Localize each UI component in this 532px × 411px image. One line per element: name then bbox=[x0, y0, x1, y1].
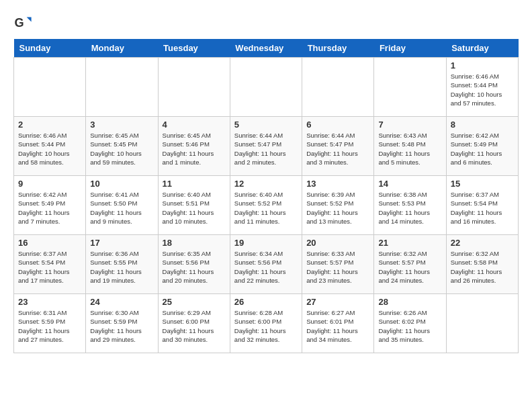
calendar-cell bbox=[158, 58, 230, 117]
day-number: 20 bbox=[306, 238, 369, 248]
day-number: 17 bbox=[90, 238, 153, 248]
svg-text:G: G bbox=[14, 16, 24, 30]
day-number: 21 bbox=[378, 238, 441, 248]
day-number: 6 bbox=[306, 120, 369, 130]
calendar-cell: 23Sunrise: 6:31 AM Sunset: 5:59 PM Dayli… bbox=[14, 294, 86, 353]
calendar-cell: 18Sunrise: 6:35 AM Sunset: 5:56 PM Dayli… bbox=[158, 235, 230, 294]
day-info: Sunrise: 6:26 AM Sunset: 6:02 PM Dayligh… bbox=[378, 308, 441, 344]
calendar-cell bbox=[374, 58, 446, 117]
calendar-week-row: 16Sunrise: 6:37 AM Sunset: 5:54 PM Dayli… bbox=[14, 235, 519, 294]
day-number: 5 bbox=[234, 120, 298, 130]
calendar-cell bbox=[302, 58, 374, 117]
day-info: Sunrise: 6:30 AM Sunset: 5:59 PM Dayligh… bbox=[90, 308, 153, 344]
day-number: 23 bbox=[18, 297, 81, 307]
calendar-cell: 15Sunrise: 6:37 AM Sunset: 5:54 PM Dayli… bbox=[446, 176, 518, 235]
day-number: 7 bbox=[378, 120, 441, 130]
calendar-cell: 25Sunrise: 6:29 AM Sunset: 6:00 PM Dayli… bbox=[158, 294, 230, 353]
day-info: Sunrise: 6:38 AM Sunset: 5:53 PM Dayligh… bbox=[378, 190, 441, 226]
day-info: Sunrise: 6:43 AM Sunset: 5:48 PM Dayligh… bbox=[378, 131, 441, 167]
day-info: Sunrise: 6:45 AM Sunset: 5:46 PM Dayligh… bbox=[163, 131, 226, 167]
calendar-cell: 4Sunrise: 6:45 AM Sunset: 5:46 PM Daylig… bbox=[158, 117, 230, 176]
day-info: Sunrise: 6:32 AM Sunset: 5:58 PM Dayligh… bbox=[451, 249, 514, 285]
day-number: 28 bbox=[378, 297, 441, 307]
day-number: 3 bbox=[90, 120, 153, 130]
day-info: Sunrise: 6:40 AM Sunset: 5:51 PM Dayligh… bbox=[163, 190, 226, 226]
calendar-cell: 8Sunrise: 6:42 AM Sunset: 5:49 PM Daylig… bbox=[446, 117, 518, 176]
svg-marker-1 bbox=[27, 17, 32, 22]
calendar-table: SundayMondayTuesdayWednesdayThursdayFrid… bbox=[13, 39, 519, 353]
day-number: 13 bbox=[306, 179, 369, 189]
calendar-cell bbox=[230, 58, 302, 117]
day-number: 10 bbox=[90, 179, 153, 189]
day-info: Sunrise: 6:44 AM Sunset: 5:47 PM Dayligh… bbox=[306, 131, 369, 167]
weekday-header-wednesday: Wednesday bbox=[230, 39, 302, 58]
day-info: Sunrise: 6:45 AM Sunset: 5:45 PM Dayligh… bbox=[90, 131, 153, 167]
calendar-cell: 10Sunrise: 6:41 AM Sunset: 5:50 PM Dayli… bbox=[86, 176, 158, 235]
calendar-cell: 14Sunrise: 6:38 AM Sunset: 5:53 PM Dayli… bbox=[374, 176, 446, 235]
day-info: Sunrise: 6:32 AM Sunset: 5:57 PM Dayligh… bbox=[378, 249, 441, 285]
calendar-cell: 9Sunrise: 6:42 AM Sunset: 5:49 PM Daylig… bbox=[14, 176, 86, 235]
day-info: Sunrise: 6:36 AM Sunset: 5:55 PM Dayligh… bbox=[90, 249, 153, 285]
calendar-cell: 27Sunrise: 6:27 AM Sunset: 6:01 PM Dayli… bbox=[302, 294, 374, 353]
weekday-header-monday: Monday bbox=[86, 39, 158, 58]
calendar-cell: 11Sunrise: 6:40 AM Sunset: 5:51 PM Dayli… bbox=[158, 176, 230, 235]
day-number: 16 bbox=[18, 238, 81, 248]
day-info: Sunrise: 6:29 AM Sunset: 6:00 PM Dayligh… bbox=[163, 308, 226, 344]
day-info: Sunrise: 6:37 AM Sunset: 5:54 PM Dayligh… bbox=[18, 249, 81, 285]
calendar-week-row: 9Sunrise: 6:42 AM Sunset: 5:49 PM Daylig… bbox=[14, 176, 519, 235]
calendar-cell: 12Sunrise: 6:40 AM Sunset: 5:52 PM Dayli… bbox=[230, 176, 302, 235]
day-number: 19 bbox=[234, 238, 298, 248]
day-number: 15 bbox=[451, 179, 514, 189]
calendar-week-row: 2Sunrise: 6:46 AM Sunset: 5:44 PM Daylig… bbox=[14, 117, 519, 176]
day-number: 26 bbox=[234, 297, 298, 307]
weekday-header-saturday: Saturday bbox=[446, 39, 518, 58]
day-info: Sunrise: 6:42 AM Sunset: 5:49 PM Dayligh… bbox=[451, 131, 514, 167]
day-number: 18 bbox=[163, 238, 226, 248]
calendar-cell: 6Sunrise: 6:44 AM Sunset: 5:47 PM Daylig… bbox=[302, 117, 374, 176]
day-info: Sunrise: 6:33 AM Sunset: 5:57 PM Dayligh… bbox=[306, 249, 369, 285]
day-number: 11 bbox=[163, 179, 226, 189]
weekday-header-tuesday: Tuesday bbox=[158, 39, 230, 58]
logo: G bbox=[13, 13, 34, 32]
day-number: 25 bbox=[163, 297, 226, 307]
calendar-cell: 28Sunrise: 6:26 AM Sunset: 6:02 PM Dayli… bbox=[374, 294, 446, 353]
day-number: 14 bbox=[378, 179, 441, 189]
calendar-cell: 20Sunrise: 6:33 AM Sunset: 5:57 PM Dayli… bbox=[302, 235, 374, 294]
day-info: Sunrise: 6:28 AM Sunset: 6:00 PM Dayligh… bbox=[234, 308, 298, 344]
calendar-cell: 17Sunrise: 6:36 AM Sunset: 5:55 PM Dayli… bbox=[86, 235, 158, 294]
day-info: Sunrise: 6:40 AM Sunset: 5:52 PM Dayligh… bbox=[234, 190, 298, 226]
day-info: Sunrise: 6:31 AM Sunset: 5:59 PM Dayligh… bbox=[18, 308, 81, 344]
calendar-cell bbox=[446, 294, 518, 353]
day-info: Sunrise: 6:46 AM Sunset: 5:44 PM Dayligh… bbox=[451, 72, 514, 107]
calendar-cell bbox=[86, 58, 158, 117]
calendar-cell: 3Sunrise: 6:45 AM Sunset: 5:45 PM Daylig… bbox=[86, 117, 158, 176]
day-number: 8 bbox=[451, 120, 514, 130]
calendar-week-row: 1Sunrise: 6:46 AM Sunset: 5:44 PM Daylig… bbox=[14, 58, 519, 117]
day-info: Sunrise: 6:42 AM Sunset: 5:49 PM Dayligh… bbox=[18, 190, 81, 226]
day-number: 4 bbox=[163, 120, 226, 130]
calendar-cell: 26Sunrise: 6:28 AM Sunset: 6:00 PM Dayli… bbox=[230, 294, 302, 353]
day-info: Sunrise: 6:34 AM Sunset: 5:56 PM Dayligh… bbox=[234, 249, 298, 285]
day-number: 1 bbox=[451, 60, 514, 71]
calendar-week-row: 23Sunrise: 6:31 AM Sunset: 5:59 PM Dayli… bbox=[14, 294, 519, 353]
day-info: Sunrise: 6:46 AM Sunset: 5:44 PM Dayligh… bbox=[18, 131, 81, 167]
weekday-header-sunday: Sunday bbox=[14, 39, 86, 58]
calendar-cell: 21Sunrise: 6:32 AM Sunset: 5:57 PM Dayli… bbox=[374, 235, 446, 294]
day-info: Sunrise: 6:44 AM Sunset: 5:47 PM Dayligh… bbox=[234, 131, 298, 167]
calendar-cell: 16Sunrise: 6:37 AM Sunset: 5:54 PM Dayli… bbox=[14, 235, 86, 294]
calendar-cell: 2Sunrise: 6:46 AM Sunset: 5:44 PM Daylig… bbox=[14, 117, 86, 176]
logo-icon: G bbox=[13, 13, 32, 32]
day-number: 9 bbox=[18, 179, 81, 189]
calendar-cell: 22Sunrise: 6:32 AM Sunset: 5:58 PM Dayli… bbox=[446, 235, 518, 294]
calendar-cell: 19Sunrise: 6:34 AM Sunset: 5:56 PM Dayli… bbox=[230, 235, 302, 294]
day-info: Sunrise: 6:41 AM Sunset: 5:50 PM Dayligh… bbox=[90, 190, 153, 226]
day-number: 24 bbox=[90, 297, 153, 307]
day-info: Sunrise: 6:39 AM Sunset: 5:52 PM Dayligh… bbox=[306, 190, 369, 226]
calendar-cell bbox=[14, 58, 86, 117]
calendar-cell: 24Sunrise: 6:30 AM Sunset: 5:59 PM Dayli… bbox=[86, 294, 158, 353]
calendar-header-row: SundayMondayTuesdayWednesdayThursdayFrid… bbox=[14, 39, 519, 58]
day-info: Sunrise: 6:27 AM Sunset: 6:01 PM Dayligh… bbox=[306, 308, 369, 344]
day-number: 27 bbox=[306, 297, 369, 307]
day-info: Sunrise: 6:37 AM Sunset: 5:54 PM Dayligh… bbox=[451, 190, 514, 226]
page-header: G bbox=[13, 13, 519, 32]
